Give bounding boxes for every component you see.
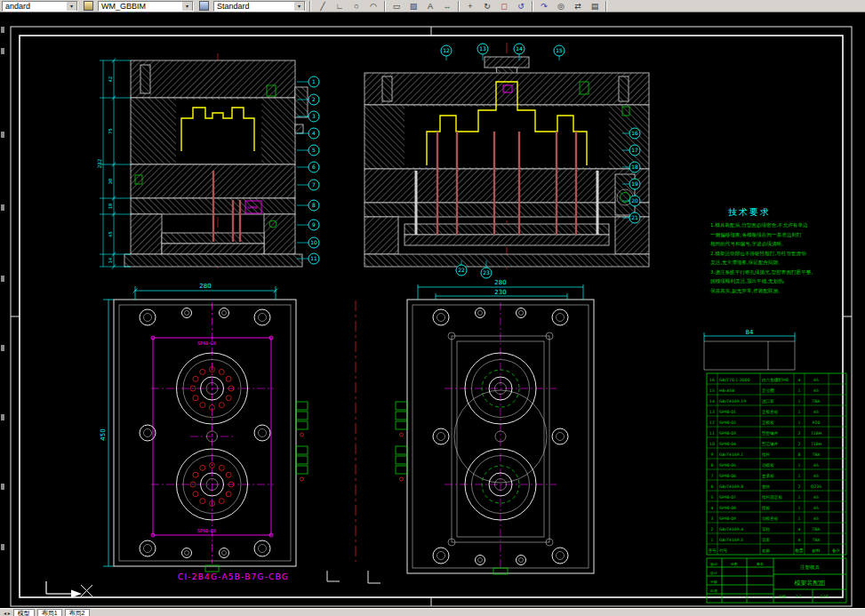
balloon-number: 20 (631, 197, 638, 204)
chevron-down-icon[interactable]: ▾ (66, 1, 77, 12)
balloon-number: 7 (312, 181, 316, 188)
erase-icon[interactable]: ◻ (496, 1, 512, 12)
bom-cell: 定位圈 (762, 388, 774, 394)
docked-toolbar-icon[interactable] (1, 414, 4, 420)
chevron-down-icon[interactable]: ▾ (293, 1, 305, 12)
balloon-number: 4 (312, 130, 316, 136)
bom-cell: 45 (813, 495, 819, 500)
parts-list-table: 16GB/T70.1-2000内六角螺钉M844515HB-A5B定位圈1451… (707, 373, 846, 555)
rectangle-icon[interactable]: ▭ (388, 1, 404, 12)
docked-toolbar-icon[interactable] (1, 345, 4, 351)
bom-cell: 1 (798, 506, 801, 510)
print-icon[interactable]: ▤ (587, 1, 603, 12)
tech-line: 一侧偏移现象;各模板须在同一基准边刻打 (710, 232, 802, 238)
tech-line: 保温真实,如无异常,作装配联测。 (710, 288, 783, 294)
move-icon[interactable]: + (462, 1, 478, 12)
tab-layout2[interactable]: 布局2 (65, 609, 90, 616)
bom-cell: 2 (798, 442, 801, 446)
section-view-right (364, 43, 649, 269)
layer-combo[interactable]: andard ▾ (2, 1, 78, 12)
docked-toolbar-icon[interactable] (1, 484, 4, 490)
bom-cell: 定模座板 (762, 410, 779, 415)
text-icon[interactable]: A (422, 1, 438, 12)
plan-view-left: SP98-C8 SP98-C8 280 450 (100, 283, 296, 572)
bom-cell: 内六角螺钉M8 (762, 377, 789, 382)
titleblock-field: 审核 (710, 580, 717, 584)
drawing-canvas[interactable]: SP98 427538184514232 (0, 12, 865, 609)
corner-screws (140, 308, 568, 565)
bom-cell: 1 (798, 463, 801, 468)
bom-cell: T8A (812, 452, 821, 457)
balloon-number: 2 (312, 96, 316, 102)
bom-cell: 45 (813, 506, 819, 510)
bom-cell: 8 (711, 463, 714, 468)
polyline-icon[interactable]: ∟ (332, 1, 348, 12)
pan-icon[interactable]: ⇄ (570, 1, 586, 12)
titleblock-field: 处数 (731, 562, 738, 566)
style-manager-button[interactable] (196, 1, 212, 12)
bom-cell: 1 (798, 399, 801, 404)
bom-cell: 动模板 (762, 463, 774, 468)
rotate-icon[interactable]: ↻ (479, 1, 495, 12)
tech-title: 技术要求 (728, 207, 771, 217)
balloon-number: 5 (312, 147, 316, 153)
line-icon[interactable]: ╱ (315, 1, 331, 12)
balloon-number: 16 (631, 130, 638, 136)
toolbar-separator (384, 1, 386, 12)
docked-toolbar-icon[interactable] (1, 132, 4, 138)
docked-toolbar-icon[interactable] (1, 204, 4, 211)
bom-cell: SP98-02 (719, 420, 736, 425)
dimension-label: 232 (97, 159, 102, 169)
balloon-number: 18 (631, 164, 638, 170)
tech-line: 相同的代号和编号,字迹必须清晰。 (710, 241, 787, 247)
dimension-label: 42 (108, 76, 113, 82)
bom-cell: 45 (813, 410, 819, 414)
bom-cell: 9 (711, 452, 714, 457)
insert-label: SP98 (247, 205, 257, 210)
bom-cell: T8A (812, 538, 821, 542)
toolbar-separator (532, 1, 533, 12)
balloon-number: 12 (443, 47, 450, 53)
hatch-icon[interactable]: ▨ (405, 1, 421, 12)
tab-layout1[interactable]: 布局1 (37, 609, 62, 616)
redo-icon[interactable]: ↷ (536, 1, 552, 12)
chevron-down-icon[interactable]: ▾ (181, 1, 193, 12)
bom-cell: 45 (813, 463, 819, 468)
docked-toolbar-icon[interactable] (1, 48, 4, 54)
style-chip-icon (199, 1, 209, 11)
dimension-label: 280 (199, 283, 211, 290)
titleblock-field: 签名 (757, 562, 764, 566)
toolbar-separator (605, 1, 607, 12)
circle-icon[interactable]: ○ (348, 1, 364, 12)
detail-view-box: 84 (704, 329, 795, 370)
tab-nav-icons[interactable]: ◂ ▸ (4, 610, 11, 616)
docked-toolbar-icon[interactable] (1, 27, 4, 33)
dimension-label: 18 (108, 204, 113, 209)
bom-cell: SP98-08 (719, 506, 736, 510)
tab-model[interactable]: 模型 (13, 609, 35, 616)
bom-cell: 12 (709, 420, 715, 425)
balloon-number: 10 (310, 239, 317, 245)
bom-cell: 15 (709, 388, 715, 393)
dimension-label: 84 (746, 329, 754, 336)
bom-cell: 10 (709, 442, 715, 446)
docked-toolbar-icon[interactable] (1, 544, 4, 550)
undo-icon[interactable]: ↺ (513, 1, 529, 12)
layer-properties-button[interactable] (80, 1, 96, 12)
docked-toolbar-icon[interactable] (1, 276, 4, 282)
titleblock-field: 设计 (710, 571, 717, 575)
dim-style-combo[interactable]: WM_GBBIM ▾ (98, 1, 194, 12)
bom-cell: 45 (813, 474, 819, 478)
tech-line: 灵活,无卡滞现象,保证配合间隙。 (710, 260, 783, 266)
bom-cell: P20 (813, 420, 821, 425)
bom-cell: 6 (711, 484, 714, 489)
bom-cell: 导套 (762, 538, 771, 542)
bom-cell: 4 (798, 538, 801, 542)
zoom-icon[interactable]: ◎ (553, 1, 569, 12)
dimension-label: 75 (108, 128, 113, 133)
dimension-icon[interactable]: ↔ (439, 1, 455, 12)
sheet-count: 共1张 (820, 594, 829, 598)
bom-cell: 45 (813, 516, 819, 521)
arc-icon[interactable]: ◠ (365, 1, 381, 12)
text-style-combo[interactable]: Standard ▾ (213, 1, 306, 12)
